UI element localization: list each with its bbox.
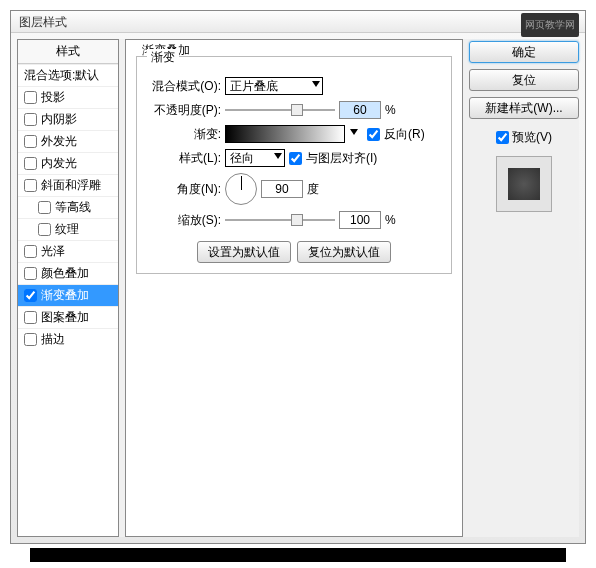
- style-label: 内阴影: [41, 111, 77, 128]
- style-checkbox[interactable]: [24, 135, 37, 148]
- style-checkbox[interactable]: [24, 267, 37, 280]
- style-label: 内发光: [41, 155, 77, 172]
- preview-swatch: [508, 168, 540, 200]
- style-item[interactable]: 斜面和浮雕: [18, 174, 118, 196]
- style-item[interactable]: 光泽: [18, 240, 118, 262]
- style-list: 混合选项:默认投影内阴影外发光内发光斜面和浮雕等高线纹理光泽颜色叠加渐变叠加图案…: [18, 64, 118, 350]
- align-checkbox[interactable]: [289, 152, 302, 165]
- style-checkbox[interactable]: [38, 201, 51, 214]
- style-label: 样式(L):: [147, 150, 221, 167]
- cancel-button[interactable]: 复位: [469, 69, 579, 91]
- style-value: 径向: [230, 150, 254, 167]
- set-default-button[interactable]: 设置为默认值: [197, 241, 291, 263]
- new-style-button[interactable]: 新建样式(W)...: [469, 97, 579, 119]
- sub-title: 渐变: [147, 49, 179, 66]
- reverse-label: 反向(R): [384, 126, 425, 143]
- style-label: 投影: [41, 89, 65, 106]
- style-label: 光泽: [41, 243, 65, 260]
- style-item[interactable]: 图案叠加: [18, 306, 118, 328]
- action-panel: 确定 复位 新建样式(W)... 预览(V): [469, 39, 579, 537]
- style-item[interactable]: 内阴影: [18, 108, 118, 130]
- blend-mode-select[interactable]: 正片叠底: [225, 77, 323, 95]
- style-checkbox[interactable]: [24, 333, 37, 346]
- chevron-down-icon: [312, 81, 320, 87]
- style-item[interactable]: 渐变叠加: [18, 284, 118, 306]
- chevron-down-icon[interactable]: [350, 129, 358, 135]
- style-item[interactable]: 描边: [18, 328, 118, 350]
- scale-slider[interactable]: [225, 212, 335, 228]
- style-checkbox[interactable]: [24, 113, 37, 126]
- opacity-label: 不透明度(P):: [147, 102, 221, 119]
- angle-label: 角度(N):: [147, 181, 221, 198]
- gradient-group: 渐变 混合模式(O): 正片叠底 不透明度(P): %: [136, 56, 452, 274]
- style-label: 混合选项:默认: [24, 67, 99, 84]
- reverse-checkbox[interactable]: [367, 128, 380, 141]
- gradient-swatch[interactable]: [225, 125, 345, 143]
- settings-panel: 渐变叠加 渐变 混合模式(O): 正片叠底 不透明度(P):: [125, 39, 463, 537]
- style-checkbox[interactable]: [24, 179, 37, 192]
- preview-label: 预览(V): [512, 129, 552, 146]
- blend-mode-label: 混合模式(O):: [147, 78, 221, 95]
- gradient-label: 渐变:: [147, 126, 221, 143]
- scale-label: 缩放(S):: [147, 212, 221, 229]
- ok-button[interactable]: 确定: [469, 41, 579, 63]
- styles-panel: 样式 混合选项:默认投影内阴影外发光内发光斜面和浮雕等高线纹理光泽颜色叠加渐变叠…: [17, 39, 119, 537]
- style-item[interactable]: 等高线: [18, 196, 118, 218]
- layer-style-dialog: 图层样式 网页教学网 样式 混合选项:默认投影内阴影外发光内发光斜面和浮雕等高线…: [10, 10, 586, 544]
- angle-dial[interactable]: [225, 173, 257, 205]
- style-checkbox[interactable]: [24, 245, 37, 258]
- style-label: 等高线: [55, 199, 91, 216]
- scale-input[interactable]: [339, 211, 381, 229]
- style-checkbox[interactable]: [38, 223, 51, 236]
- style-checkbox[interactable]: [24, 289, 37, 302]
- opacity-unit: %: [385, 103, 396, 117]
- scale-unit: %: [385, 213, 396, 227]
- style-label: 图案叠加: [41, 309, 89, 326]
- style-label: 渐变叠加: [41, 287, 89, 304]
- chevron-down-icon: [274, 153, 282, 159]
- titlebar[interactable]: 图层样式 网页教学网: [11, 11, 585, 33]
- style-checkbox[interactable]: [24, 311, 37, 324]
- client-area: 样式 混合选项:默认投影内阴影外发光内发光斜面和浮雕等高线纹理光泽颜色叠加渐变叠…: [17, 39, 579, 537]
- opacity-input[interactable]: [339, 101, 381, 119]
- style-item[interactable]: 外发光: [18, 130, 118, 152]
- style-item[interactable]: 纹理: [18, 218, 118, 240]
- style-item[interactable]: 内发光: [18, 152, 118, 174]
- style-label: 描边: [41, 331, 65, 348]
- angle-input[interactable]: [261, 180, 303, 198]
- style-checkbox[interactable]: [24, 91, 37, 104]
- blend-mode-value: 正片叠底: [230, 78, 278, 95]
- preview-box: [496, 156, 552, 212]
- style-checkbox[interactable]: [24, 157, 37, 170]
- align-label: 与图层对齐(I): [306, 150, 377, 167]
- angle-unit: 度: [307, 181, 319, 198]
- style-label: 外发光: [41, 133, 77, 150]
- style-label: 斜面和浮雕: [41, 177, 101, 194]
- preview-checkbox[interactable]: [496, 131, 509, 144]
- shadow-bar: [30, 548, 566, 562]
- watermark: 网页教学网: [521, 13, 579, 37]
- style-label: 纹理: [55, 221, 79, 238]
- opacity-slider[interactable]: [225, 102, 335, 118]
- styles-header: 样式: [18, 40, 118, 64]
- style-item[interactable]: 颜色叠加: [18, 262, 118, 284]
- style-item[interactable]: 投影: [18, 86, 118, 108]
- reset-default-button[interactable]: 复位为默认值: [297, 241, 391, 263]
- style-select[interactable]: 径向: [225, 149, 285, 167]
- window-title: 图层样式: [19, 15, 67, 29]
- style-item[interactable]: 混合选项:默认: [18, 64, 118, 86]
- style-label: 颜色叠加: [41, 265, 89, 282]
